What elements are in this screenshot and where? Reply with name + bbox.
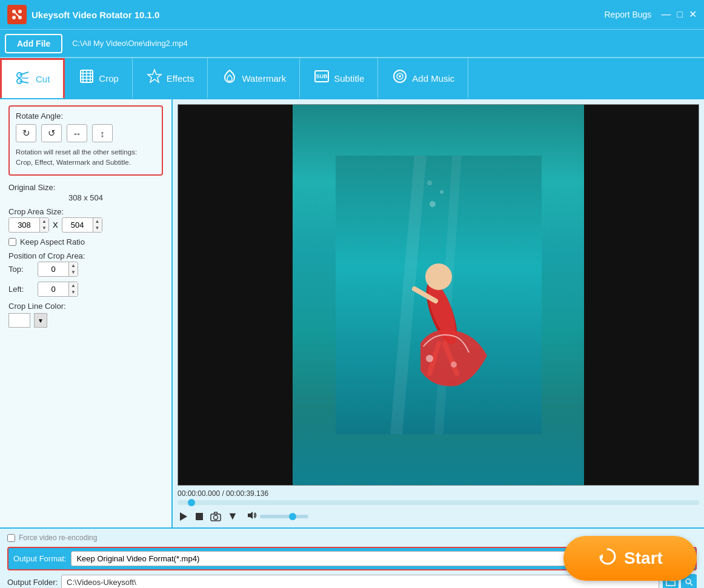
top-spinbox[interactable]: ▲ ▼ bbox=[38, 262, 78, 277]
crop-height-input[interactable] bbox=[62, 219, 93, 231]
start-button[interactable]: Start bbox=[563, 536, 697, 581]
start-label: Start bbox=[624, 549, 663, 568]
crop-height-spinbox[interactable]: ▲ ▼ bbox=[62, 217, 102, 233]
seek-bar[interactable] bbox=[178, 500, 699, 505]
crop-line-color-section: Crop Line Color: ▼ bbox=[8, 302, 163, 328]
tab-subtitle-label: Subtitle bbox=[334, 73, 364, 84]
top-up[interactable]: ▲ bbox=[69, 262, 78, 269]
app-title: Ukeysoft Video Rotator 10.1.0 bbox=[32, 10, 159, 20]
keep-aspect-ratio-label: Keep Aspect Ratio bbox=[20, 237, 85, 246]
video-bg-right bbox=[584, 105, 699, 485]
color-row: ▼ bbox=[8, 313, 163, 328]
crop-height-down[interactable]: ▼ bbox=[93, 225, 102, 232]
left-position-row: Left: ▲ ▼ bbox=[8, 282, 163, 297]
crop-width-spinbox[interactable]: ▲ ▼ bbox=[8, 217, 49, 233]
top-input[interactable] bbox=[38, 263, 68, 276]
left-input[interactable] bbox=[38, 283, 68, 296]
tab-effects[interactable]: Effects bbox=[133, 58, 208, 98]
output-format-select[interactable]: Keep Original Video Format(*.mp4) ▲ bbox=[71, 551, 608, 566]
svg-line-43 bbox=[690, 583, 692, 586]
screenshot-dropdown[interactable]: ▼ bbox=[227, 510, 238, 523]
stop-button[interactable] bbox=[194, 512, 204, 521]
maximize-button[interactable]: □ bbox=[677, 10, 683, 19]
play-button[interactable] bbox=[178, 511, 188, 522]
svg-point-35 bbox=[426, 355, 433, 362]
flip-v-button[interactable]: ↕ bbox=[92, 124, 113, 142]
color-dropdown-button[interactable]: ▼ bbox=[34, 313, 47, 328]
crop-icon bbox=[78, 68, 95, 88]
add-file-button[interactable]: Add File bbox=[5, 34, 62, 53]
video-bg-left bbox=[178, 105, 293, 485]
tab-addmusic-label: Add Music bbox=[412, 73, 454, 84]
volume-slider[interactable] bbox=[260, 515, 308, 518]
tab-effects-label: Effects bbox=[167, 73, 194, 84]
playback-controls: ▼ bbox=[178, 510, 699, 523]
video-frame bbox=[178, 104, 699, 486]
file-bar: Add File C:\All My Video\One\diving2.mp4 bbox=[0, 29, 704, 57]
watermark-icon bbox=[221, 68, 238, 88]
svg-point-3 bbox=[12, 16, 16, 19]
volume-thumb bbox=[289, 513, 296, 520]
original-size-value: 308 x 504 bbox=[8, 193, 163, 202]
tab-crop-label: Crop bbox=[99, 73, 119, 84]
crop-width-down[interactable]: ▼ bbox=[40, 225, 48, 232]
tab-crop[interactable]: Crop bbox=[65, 58, 133, 98]
tab-subtitle[interactable]: SUB Subtitle bbox=[300, 58, 378, 98]
left-spinbox[interactable]: ▲ ▼ bbox=[38, 282, 78, 297]
start-icon bbox=[597, 546, 618, 571]
volume-icon bbox=[247, 510, 257, 523]
app-icon bbox=[7, 5, 27, 24]
left-down[interactable]: ▼ bbox=[69, 289, 78, 296]
crop-height-up[interactable]: ▲ bbox=[93, 218, 102, 225]
svg-point-27 bbox=[440, 190, 443, 194]
volume-control bbox=[247, 510, 308, 523]
crop-size-separator: X bbox=[53, 220, 58, 230]
file-path: C:\All My Video\One\diving2.mp4 bbox=[72, 39, 188, 48]
report-bugs-button[interactable]: Report Bugs bbox=[605, 10, 652, 19]
svg-point-40 bbox=[214, 515, 218, 520]
position-section: Position of Crop Area: Top: ▲ ▼ Left: bbox=[8, 251, 163, 297]
rotate-ccw-button[interactable]: ↺ bbox=[41, 124, 62, 142]
tab-cut[interactable]: Cut bbox=[0, 58, 65, 98]
svg-marker-37 bbox=[180, 512, 187, 521]
rotate-note: Rotation will reset all the other settin… bbox=[16, 147, 156, 168]
top-down[interactable]: ▼ bbox=[69, 269, 78, 276]
rotate-section: Rotate Angle: ↻ ↺ ↔ ↕ Rotation will rese… bbox=[8, 105, 163, 176]
screenshot-button[interactable] bbox=[210, 512, 221, 521]
position-label: Position of Crop Area: bbox=[8, 251, 163, 260]
svg-point-36 bbox=[451, 362, 457, 368]
crop-width-up[interactable]: ▲ bbox=[40, 218, 48, 225]
time-display: 00:00:00.000 / 00:00:39.136 bbox=[178, 489, 699, 498]
force-encode-label: Force video re-encoding bbox=[19, 533, 97, 542]
tab-watermark[interactable]: Watermark bbox=[208, 58, 300, 98]
rotate-buttons: ↻ ↺ ↔ ↕ bbox=[16, 124, 156, 142]
svg-point-22 bbox=[399, 75, 401, 78]
left-up[interactable]: ▲ bbox=[69, 282, 78, 289]
original-size-section: Original Size: 308 x 504 bbox=[8, 183, 163, 202]
keep-aspect-ratio-checkbox[interactable] bbox=[8, 238, 16, 246]
toolbar: Cut Crop bbox=[0, 57, 704, 98]
close-button[interactable]: ✕ bbox=[689, 10, 697, 19]
svg-point-1 bbox=[18, 10, 22, 13]
crop-area-size-label: Crop Area Size: bbox=[8, 207, 163, 216]
top-label: Top: bbox=[8, 265, 33, 274]
svg-marker-17 bbox=[148, 70, 161, 82]
flip-h-button[interactable]: ↔ bbox=[67, 124, 87, 142]
output-folder-label: Output Folder: bbox=[7, 578, 58, 587]
main-content: Rotate Angle: ↻ ↺ ↔ ↕ Rotation will rese… bbox=[0, 98, 704, 527]
svg-point-4 bbox=[18, 16, 22, 19]
crop-width-input[interactable] bbox=[9, 219, 39, 231]
rotate-cw-button[interactable]: ↻ bbox=[16, 124, 36, 142]
output-format-value: Keep Original Video Format(*.mp4) bbox=[76, 554, 199, 563]
tab-addmusic[interactable]: Add Music bbox=[378, 58, 468, 98]
tab-cut-label: Cut bbox=[36, 74, 50, 84]
crop-area-size-section: Crop Area Size: ▲ ▼ X ▲ ▼ bbox=[8, 207, 163, 233]
minimize-button[interactable]: — bbox=[661, 10, 671, 19]
color-swatch[interactable] bbox=[8, 313, 30, 328]
effects-icon bbox=[146, 68, 163, 88]
svg-marker-41 bbox=[248, 512, 253, 519]
force-encode-checkbox[interactable] bbox=[7, 534, 15, 542]
video-controls: 00:00:00.000 / 00:00:39.136 bbox=[178, 489, 699, 523]
keep-aspect-ratio-row: Keep Aspect Ratio bbox=[8, 237, 163, 246]
seek-thumb bbox=[188, 499, 195, 506]
